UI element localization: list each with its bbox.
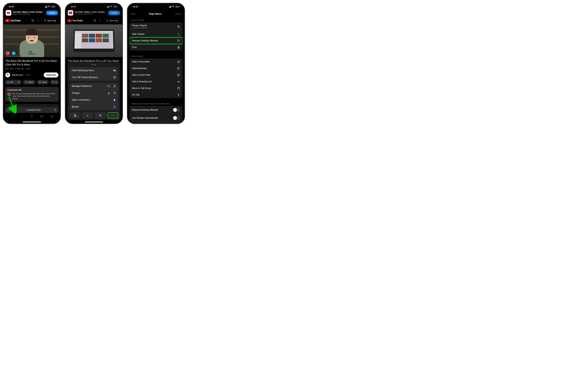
- tab-group-item[interactable]: Move to Tab Group: [130, 85, 182, 92]
- request-desktop-item[interactable]: Request Desktop Website: [130, 37, 182, 44]
- print-item[interactable]: Print: [130, 44, 182, 51]
- tabs-button[interactable]: [50, 114, 54, 118]
- content-blockers-button[interactable]: Turn Off Content Blockers: [69, 74, 118, 81]
- shield-off-icon: [113, 76, 116, 79]
- dislike-button[interactable]: [15, 80, 21, 85]
- safari-address-bar[interactable]: youtube.com: [5, 107, 58, 113]
- pin-icon: [177, 94, 180, 96]
- extension-vinegar[interactable]: Vinegar: [69, 90, 118, 97]
- text-smaller-button[interactable]: A: [82, 112, 93, 119]
- page-format-icon[interactable]: [7, 109, 12, 111]
- toggle-switch[interactable]: [173, 116, 180, 120]
- toggle-switch[interactable]: [173, 108, 180, 112]
- svg-rect-22: [108, 93, 109, 94]
- svg-line-1: [33, 21, 34, 22]
- share-button[interactable]: [30, 114, 34, 118]
- app-promo-banner[interactable]: YouTube: Watch, Listen, Stream Open in t…: [3, 9, 60, 17]
- reload-icon[interactable]: [54, 109, 56, 111]
- svg-rect-23: [108, 94, 109, 94]
- thumbs-up-icon: [7, 81, 9, 83]
- toggle-reader[interactable]: Use Reader Automatically: [130, 114, 182, 122]
- page-menu-header: Edit Page Menu Done: [128, 9, 184, 18]
- search-icon[interactable]: [31, 19, 35, 22]
- channel-row[interactable]: MacRumors 573K Subscribe: [3, 70, 60, 80]
- subscribe-button[interactable]: Subscribe: [44, 72, 58, 77]
- svg-point-2: [38, 20, 38, 20]
- quick-note-item[interactable]: Add to Quick Note: [130, 72, 182, 78]
- section-page-actions: PAGE ACTIONS: [128, 18, 184, 22]
- bookmarks-button[interactable]: [40, 114, 44, 118]
- like-button[interactable]: 861: [5, 80, 15, 85]
- video-meta[interactable]: 48K views · 5 days ago ...more: [3, 67, 60, 70]
- warning-icon: [107, 92, 110, 94]
- add-favourites-item[interactable]: Add to Favourites: [130, 59, 182, 65]
- eye-off-icon: [113, 69, 116, 72]
- channel-subs: 573K: [26, 74, 30, 76]
- toggle-content-blockers[interactable]: Use Content Blockers: [130, 122, 182, 124]
- drag-grabber[interactable]: [91, 65, 97, 65]
- home-indicator[interactable]: [23, 122, 41, 122]
- forward-button: [20, 114, 24, 118]
- phone-screen-1: 14:37 100 YouTube: Watch, Listen, Stream…: [3, 3, 61, 124]
- open-app-chip[interactable]: Open App: [41, 18, 58, 23]
- extension-banish[interactable]: Banish: [69, 103, 118, 110]
- home-indicator[interactable]: [85, 122, 103, 122]
- svg-rect-10: [51, 115, 52, 117]
- youtube-logo[interactable]: YouTube: [5, 19, 29, 22]
- manage-extensions-button[interactable]: Manage Extensions 1: [69, 83, 118, 90]
- svg-rect-8: [10, 110, 11, 110]
- safari-toolbar: [3, 114, 60, 120]
- svg-point-0: [32, 20, 34, 21]
- svg-point-5: [45, 20, 45, 21]
- svg-point-4: [38, 21, 38, 22]
- video-player[interactable]: THENORTH ◉ 𝕏 @danbarbera1 @dunbarbera: [3, 24, 60, 57]
- video-title: The Base M4 MacBook Pro is All You Need …: [3, 57, 60, 67]
- printer-icon: [177, 46, 180, 49]
- share-button[interactable]: Share: [23, 80, 35, 85]
- status-time: 14:37: [9, 5, 14, 8]
- tabgroup-icon: [177, 87, 180, 90]
- status-bar: 14:37 100: [128, 3, 184, 9]
- more-actions-button[interactable]: ···: [107, 112, 119, 119]
- battery-icon: 100: [175, 6, 179, 8]
- reading-list-item[interactable]: Add to Reading List: [130, 78, 182, 85]
- comment-avatar: [7, 93, 11, 96]
- lock-icon: [25, 109, 27, 111]
- hide-toolbar-item[interactable]: Hide Toolbar: [130, 31, 182, 37]
- comments-card[interactable]: Comments 146 BS. For an everyday joe the…: [5, 87, 59, 102]
- narwhal-icon: [113, 98, 116, 101]
- svg-point-24: [114, 99, 115, 101]
- person-icon: [44, 19, 46, 22]
- svg-rect-9: [11, 110, 12, 110]
- signal-icon: [169, 6, 171, 8]
- save-button[interactable]: Save: [37, 80, 49, 85]
- pin-tab-item[interactable]: Pin Tab: [130, 92, 182, 98]
- comment-text: BS. For an everyday joe they don't even …: [12, 93, 56, 100]
- reader-mode-button[interactable]: [69, 112, 81, 119]
- wifi-icon: [172, 6, 174, 7]
- svg-point-3: [38, 20, 38, 21]
- svg-rect-30: [177, 40, 180, 41]
- svg-line-29: [76, 117, 76, 117]
- instagram-icon: ◉: [6, 51, 10, 55]
- edit-button[interactable]: Edit: [131, 13, 135, 15]
- done-button[interactable]: Done: [175, 13, 181, 15]
- more-vert-icon[interactable]: [36, 19, 39, 22]
- svg-point-35: [177, 81, 178, 82]
- shield-half-icon: [177, 25, 180, 28]
- toggle-request-desktop[interactable]: Request Desktop Website: [130, 106, 182, 114]
- phone-screen-2: 14:37 100 YouTube: Watch, Listen, Stream…: [65, 3, 123, 124]
- promo-subtitle: Open in the YouTube app: [13, 13, 45, 15]
- text-larger-button[interactable]: A: [95, 112, 106, 119]
- back-button[interactable]: [10, 114, 14, 118]
- privacy-report-item[interactable]: Privacy Report2 trackers prevented: [130, 22, 182, 31]
- extension-narwhal[interactable]: Open in Narwhal 2: [69, 97, 118, 103]
- hide-distracting-button[interactable]: Hide Distracting Items: [69, 67, 118, 74]
- open-app-button[interactable]: OPEN: [46, 11, 58, 15]
- star-icon: [177, 60, 180, 63]
- report-button[interactable]: R: [50, 80, 59, 85]
- add-bookmark-item[interactable]: Add Bookmark: [130, 65, 182, 72]
- twitter-icon: 𝕏: [12, 51, 15, 55]
- svg-point-6: [7, 74, 8, 75]
- comments-title: Comments 146: [7, 89, 56, 91]
